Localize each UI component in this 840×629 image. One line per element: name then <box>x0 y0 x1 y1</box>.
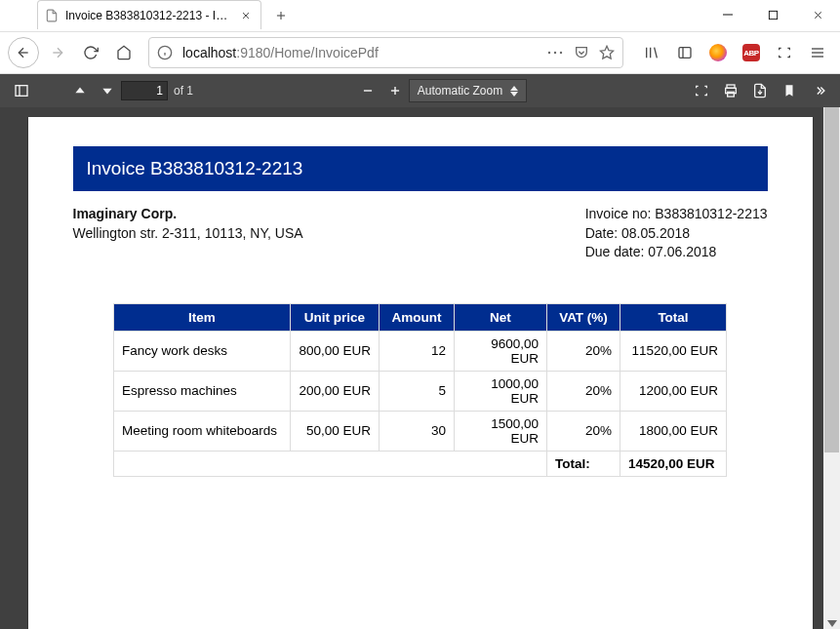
pdf-zoom-label: Automatic Zoom <box>418 84 502 98</box>
pdf-zoom-in-icon[interactable] <box>381 77 409 104</box>
cell-amount: 30 <box>380 411 455 451</box>
svg-marker-39 <box>827 620 837 627</box>
tab-close-icon[interactable] <box>239 9 253 22</box>
reload-button[interactable] <box>76 38 105 67</box>
app-menu-icon[interactable] <box>803 38 832 67</box>
new-tab-button[interactable] <box>267 2 295 29</box>
select-arrows-icon <box>510 86 518 97</box>
cell-total: 11520,00 EUR <box>620 331 727 371</box>
pdf-tools-more-icon[interactable] <box>805 77 832 104</box>
window-maximize-button[interactable] <box>750 0 795 29</box>
cell-net: 9600,00 EUR <box>455 331 547 371</box>
svg-marker-28 <box>102 89 111 95</box>
pdf-download-icon[interactable] <box>746 77 774 104</box>
pdf-print-icon[interactable] <box>717 77 744 104</box>
pdf-presentation-icon[interactable] <box>688 77 715 104</box>
tab-title: Invoice B383810312-2213 - Invo <box>65 9 233 22</box>
window-controls <box>705 0 840 29</box>
library-icon[interactable] <box>637 38 666 67</box>
svg-point-15 <box>560 52 562 54</box>
invoice-date: Date: 08.05.2018 <box>585 224 768 244</box>
table-row: Meeting room whiteboards 50,00 EUR 30 15… <box>114 411 727 451</box>
cell-vat: 20% <box>547 331 620 371</box>
svg-point-14 <box>554 52 556 54</box>
home-button[interactable] <box>109 38 139 67</box>
th-amount: Amount <box>380 303 455 331</box>
pdf-zoom-out-icon[interactable] <box>354 77 381 104</box>
svg-rect-25 <box>16 86 27 97</box>
url-text: localhost:9180/Home/InvoicePdf <box>182 45 379 60</box>
svg-marker-33 <box>510 92 518 97</box>
svg-rect-5 <box>769 11 777 19</box>
vertical-scrollbar[interactable] <box>823 107 840 629</box>
browser-navbar: localhost:9180/Home/InvoicePdf ABP <box>0 32 840 74</box>
invoice-header: Imaginary Corp. Wellington str. 2-311, 1… <box>73 205 768 262</box>
company-address: Wellington str. 2-311, 10113, NY, USA <box>73 224 303 244</box>
toolbar-right: ABP <box>637 38 832 67</box>
th-unit-price: Unit price <box>291 303 380 331</box>
th-total: Total <box>620 303 727 331</box>
table-total-row: Total: 14520,00 EUR <box>114 451 727 476</box>
cell-amount: 12 <box>380 331 455 371</box>
browser-tab[interactable]: Invoice B383810312-2213 - Invo <box>37 0 261 29</box>
cell-total-value: 14520,00 EUR <box>620 451 727 476</box>
cell-total: 1800,00 EUR <box>620 411 727 451</box>
cell-total: 1200,00 EUR <box>620 371 727 411</box>
table-row: Espresso machines 200,00 EUR 5 1000,00 E… <box>114 371 727 411</box>
cell-net: 1500,00 EUR <box>455 411 547 451</box>
th-item: Item <box>114 303 291 331</box>
window-minimize-button[interactable] <box>705 0 750 29</box>
page-action-more-icon[interactable] <box>546 46 564 59</box>
invoice-banner: Invoice B383810312-2213 <box>73 146 768 191</box>
th-net: Net <box>455 303 547 331</box>
bookmark-star-icon[interactable] <box>599 45 615 60</box>
scroll-down-icon[interactable] <box>823 615 840 629</box>
window-close-button[interactable] <box>795 0 840 29</box>
pocket-icon[interactable] <box>574 45 589 60</box>
browser-titlebar: Invoice B383810312-2213 - Invo <box>0 0 840 32</box>
firefox-account-icon[interactable] <box>703 38 733 67</box>
url-bar[interactable]: localhost:9180/Home/InvoicePdf <box>148 37 623 68</box>
pdf-viewer-area: Invoice B383810312-2213 Imaginary Corp. … <box>0 107 840 629</box>
pdf-next-page-icon[interactable] <box>94 77 121 104</box>
cell-vat: 20% <box>547 371 620 411</box>
cell-net: 1000,00 EUR <box>455 371 547 411</box>
svg-rect-20 <box>679 48 691 59</box>
invoice-due-date: Due date: 07.06.2018 <box>585 243 768 262</box>
cell-unit-price: 50,00 EUR <box>291 411 380 451</box>
table-row: Fancy work desks 800,00 EUR 12 9600,00 E… <box>114 331 727 371</box>
svg-point-13 <box>548 52 550 54</box>
pdf-page: Invoice B383810312-2213 Imaginary Corp. … <box>28 117 813 629</box>
cell-blank <box>114 451 547 476</box>
pdf-sidebar-toggle-icon[interactable] <box>8 77 35 104</box>
invoice-number: Invoice no: B383810312-2213 <box>585 205 768 224</box>
cell-unit-price: 800,00 EUR <box>291 331 380 371</box>
sidebar-icon[interactable] <box>670 38 700 67</box>
th-vat: VAT (%) <box>547 303 620 331</box>
company-name: Imaginary Corp. <box>73 205 303 224</box>
forward-button[interactable] <box>43 38 72 67</box>
cell-item: Espresso machines <box>114 371 291 411</box>
pdf-bookmark-icon[interactable] <box>776 77 803 104</box>
site-info-icon[interactable] <box>157 45 173 60</box>
pdf-page-input[interactable] <box>121 81 168 100</box>
svg-marker-16 <box>600 46 613 59</box>
cell-unit-price: 200,00 EUR <box>291 371 380 411</box>
svg-line-19 <box>655 48 658 59</box>
url-host: localhost <box>182 45 236 60</box>
cell-amount: 5 <box>380 371 455 411</box>
cell-vat: 20% <box>547 411 620 451</box>
tab-favicon-document-icon <box>44 8 60 23</box>
pdf-page-count: of 1 <box>174 84 193 98</box>
pdf-prev-page-icon[interactable] <box>66 77 94 104</box>
back-button[interactable] <box>8 37 39 68</box>
svg-marker-27 <box>75 88 84 94</box>
cell-item: Meeting room whiteboards <box>114 411 291 451</box>
pdf-zoom-select[interactable]: Automatic Zoom <box>409 79 527 102</box>
abp-icon[interactable]: ABP <box>737 38 766 67</box>
scroll-thumb[interactable] <box>824 107 839 452</box>
cell-item: Fancy work desks <box>114 331 291 371</box>
screenshot-icon[interactable] <box>770 38 799 67</box>
svg-marker-32 <box>510 86 518 91</box>
invoice-table: Item Unit price Amount Net VAT (%) Total… <box>113 303 727 477</box>
